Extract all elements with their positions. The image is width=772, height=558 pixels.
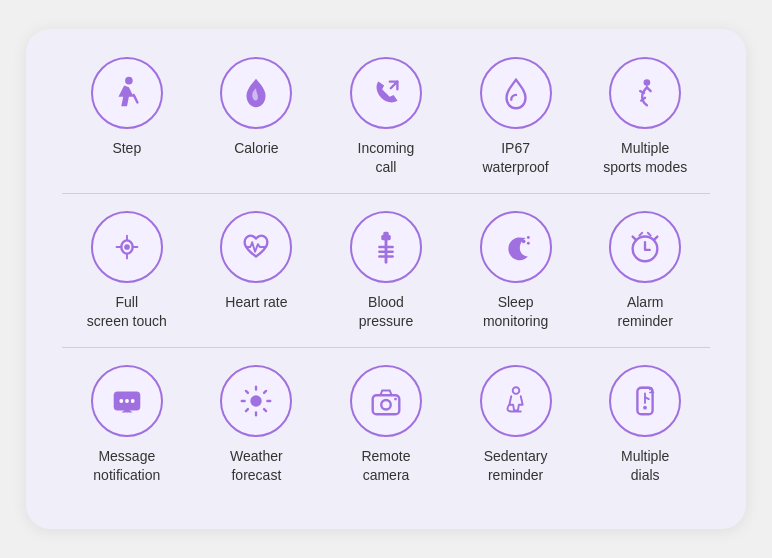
feature-full-screen-touch: Fullscreen touch [67, 211, 187, 331]
svg-point-0 [125, 77, 133, 85]
sedentary-reminder-icon [497, 382, 535, 420]
message-notification-icon [108, 382, 146, 420]
svg-point-11 [527, 242, 530, 245]
feature-remote-camera: Remotecamera [326, 365, 446, 485]
calorie-icon-circle [220, 57, 292, 129]
sports-modes-label: Multiplesports modes [603, 139, 687, 177]
feature-card: Step Calorie Incomingcall [26, 29, 746, 529]
svg-point-32 [643, 406, 647, 410]
sleep-monitoring-label: Sleepmonitoring [483, 293, 548, 331]
multiple-dials-icon [626, 382, 664, 420]
sports-modes-icon-circle [609, 57, 681, 129]
step-icon [108, 74, 146, 112]
sleep-monitoring-icon-circle [480, 211, 552, 283]
feature-sedentary-reminder: Sedentaryreminder [456, 365, 576, 485]
feature-calorie: Calorie [196, 57, 316, 158]
multiple-dials-icon-circle [609, 365, 681, 437]
calorie-icon [237, 74, 275, 112]
waterproof-icon-circle [480, 57, 552, 129]
svg-point-16 [131, 399, 135, 403]
full-screen-touch-label: Fullscreen touch [87, 293, 167, 331]
calorie-label: Calorie [234, 139, 278, 158]
blood-pressure-icon-circle [350, 211, 422, 283]
heart-rate-icon-circle [220, 211, 292, 283]
feature-sleep-monitoring: Sleepmonitoring [456, 211, 576, 331]
feature-incoming-call: Incomingcall [326, 57, 446, 177]
feature-step: Step [67, 57, 187, 158]
feature-blood-pressure: Bloodpressure [326, 211, 446, 331]
svg-line-24 [264, 391, 266, 393]
incoming-call-icon [367, 74, 405, 112]
incoming-call-label: Incomingcall [358, 139, 415, 177]
feature-multiple-dials: Multipledials [585, 365, 705, 485]
sleep-monitoring-icon [497, 228, 535, 266]
feature-weather-forecast: Weatherforecast [196, 365, 316, 485]
svg-line-23 [264, 409, 266, 411]
feature-message-notification: Messagenotification [67, 365, 187, 485]
svg-point-10 [527, 236, 530, 239]
alarm-reminder-icon-circle [609, 211, 681, 283]
step-icon-circle [91, 57, 163, 129]
sedentary-reminder-icon-circle [480, 365, 552, 437]
svg-line-25 [246, 409, 248, 411]
weather-forecast-icon-circle [220, 365, 292, 437]
waterproof-label: IP67waterproof [483, 139, 549, 177]
feature-waterproof: IP67waterproof [456, 57, 576, 177]
blood-pressure-icon [367, 228, 405, 266]
message-notification-label: Messagenotification [93, 447, 160, 485]
weather-forecast-label: Weatherforecast [230, 447, 283, 485]
sedentary-reminder-label: Sedentaryreminder [484, 447, 548, 485]
feature-row-3: Messagenotification Weatherforecast [62, 365, 710, 501]
alarm-reminder-icon [626, 228, 664, 266]
feature-alarm-reminder: Alarmreminder [585, 211, 705, 331]
multiple-dials-label: Multipledials [621, 447, 669, 485]
full-screen-touch-icon-circle [91, 211, 163, 283]
message-notification-icon-circle [91, 365, 163, 437]
full-screen-touch-icon [108, 228, 146, 266]
svg-point-15 [125, 399, 129, 403]
svg-point-14 [119, 399, 123, 403]
svg-point-29 [512, 387, 519, 394]
feature-row-1: Step Calorie Incomingcall [62, 57, 710, 194]
waterproof-icon [497, 74, 535, 112]
svg-point-9 [521, 240, 525, 244]
step-label: Step [112, 139, 141, 158]
svg-point-27 [381, 400, 391, 410]
weather-forecast-icon [237, 382, 275, 420]
heart-rate-icon [237, 228, 275, 266]
blood-pressure-label: Bloodpressure [359, 293, 413, 331]
incoming-call-icon-circle [350, 57, 422, 129]
svg-point-28 [394, 398, 397, 401]
svg-point-1 [644, 79, 651, 86]
svg-point-17 [251, 396, 262, 407]
svg-line-22 [246, 391, 248, 393]
remote-camera-icon [367, 382, 405, 420]
heart-rate-label: Heart rate [225, 293, 287, 312]
alarm-reminder-label: Alarmreminder [618, 293, 673, 331]
remote-camera-icon-circle [350, 365, 422, 437]
svg-point-2 [124, 244, 130, 250]
feature-row-2: Fullscreen touch Heart rate [62, 211, 710, 348]
remote-camera-label: Remotecamera [361, 447, 410, 485]
sports-modes-icon [626, 74, 664, 112]
feature-heart-rate: Heart rate [196, 211, 316, 312]
feature-sports-modes: Multiplesports modes [585, 57, 705, 177]
